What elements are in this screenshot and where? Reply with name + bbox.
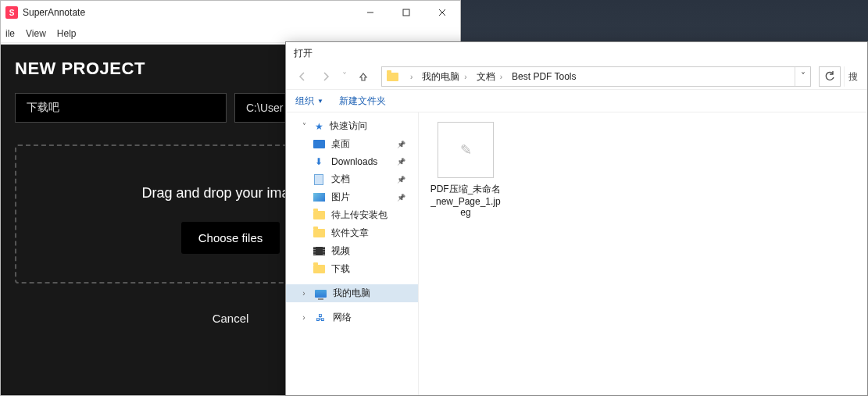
tree-downloads[interactable]: ⬇Downloads: [286, 153, 418, 170]
maximize-button[interactable]: [388, 1, 424, 24]
nav-back-button[interactable]: [292, 66, 313, 87]
search-box-edge[interactable]: 搜: [844, 66, 861, 87]
breadcrumb-root-chevron[interactable]: ›: [401, 67, 417, 86]
nav-up-button[interactable]: [353, 66, 373, 87]
address-bar[interactable]: › 我的电脑› 文档› Best PDF Tools ˅: [381, 66, 811, 87]
menu-file[interactable]: ile: [5, 28, 15, 39]
content-pane[interactable]: ✎ PDF压缩_未命名_new_Page_1.jpeg: [419, 112, 867, 395]
file-thumbnail-icon: ✎: [438, 122, 494, 178]
navigation-pane[interactable]: ˅★快速访问 桌面 ⬇Downloads 文档 图片 待上传安装包 软件文章 视…: [286, 112, 419, 395]
window-controls: [352, 1, 460, 24]
file-item[interactable]: ✎ PDF压缩_未命名_new_Page_1.jpeg: [428, 122, 503, 218]
dialog-toolbar: 组织 ▼ 新建文件夹: [286, 89, 867, 112]
app-logo-icon: S: [5, 6, 18, 19]
cancel-button[interactable]: Cancel: [213, 312, 249, 325]
menu-help[interactable]: Help: [57, 28, 77, 39]
tree-pending-packages[interactable]: 待上传安装包: [286, 206, 418, 224]
breadcrumb-item[interactable]: Best PDF Tools: [507, 67, 580, 86]
new-folder-button[interactable]: 新建文件夹: [339, 95, 386, 108]
address-dropdown-button[interactable]: ˅: [795, 67, 810, 86]
window-titlebar: S SuperAnnotate: [1, 1, 460, 24]
refresh-button[interactable]: [819, 66, 841, 87]
nav-recent-button[interactable]: ˅: [339, 66, 350, 87]
folder-icon: [384, 68, 401, 85]
title-left: S SuperAnnotate: [1, 6, 85, 19]
project-name-input[interactable]: 下载吧: [15, 93, 227, 123]
tree-articles[interactable]: 软件文章: [286, 224, 418, 242]
file-open-dialog: 打开 ˅ › 我的电脑› 文档› Best PDF Tools ˅ 搜 组织 ▼…: [285, 41, 868, 396]
nav-forward-button[interactable]: [316, 66, 336, 87]
tree-downloads-cn[interactable]: 下载: [286, 260, 418, 278]
file-name-label: PDF压缩_未命名_new_Page_1.jpeg: [428, 183, 503, 218]
choose-files-button[interactable]: Choose files: [181, 222, 280, 254]
menu-bar: ile View Help: [1, 24, 460, 43]
tree-this-pc[interactable]: ›我的电脑: [286, 284, 418, 302]
tree-network[interactable]: ›🖧网络: [286, 309, 418, 326]
breadcrumb-item[interactable]: 文档›: [472, 67, 507, 86]
svg-rect-1: [403, 9, 409, 16]
menu-view[interactable]: View: [26, 28, 46, 39]
watermark: 下载吧: [793, 363, 863, 393]
tree-desktop[interactable]: 桌面: [286, 135, 418, 153]
tree-videos[interactable]: 视频: [286, 242, 418, 260]
tree-pictures[interactable]: 图片: [286, 188, 418, 206]
dialog-body: ˅★快速访问 桌面 ⬇Downloads 文档 图片 待上传安装包 软件文章 视…: [286, 112, 867, 395]
dialog-title: 打开: [286, 42, 867, 64]
minimize-button[interactable]: [352, 1, 388, 24]
dialog-nav-row: ˅ › 我的电脑› 文档› Best PDF Tools ˅ 搜: [286, 64, 867, 89]
close-button[interactable]: [424, 1, 460, 24]
breadcrumb-item[interactable]: 我的电脑›: [417, 67, 471, 86]
organize-menu[interactable]: 组织 ▼: [295, 95, 323, 108]
tree-quick-access[interactable]: ˅★快速访问: [286, 117, 418, 135]
tree-documents[interactable]: 文档: [286, 170, 418, 188]
app-title: SuperAnnotate: [23, 7, 85, 18]
